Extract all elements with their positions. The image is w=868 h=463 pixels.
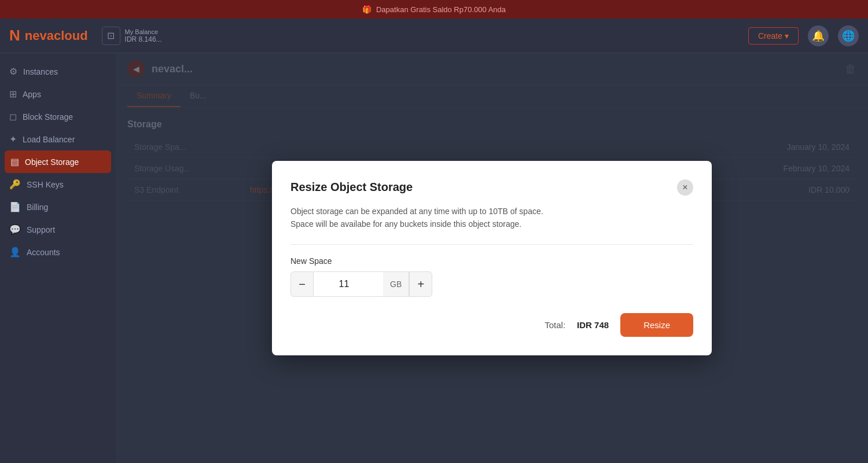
logo-text: nevacloud (25, 28, 88, 43)
space-input[interactable] (314, 271, 383, 297)
new-space-label: New Space (290, 256, 693, 266)
ssh-keys-icon: 🔑 (9, 179, 21, 190)
notifications-icon[interactable]: 🔔 (808, 25, 829, 46)
logo-letter: N (9, 27, 20, 45)
sidebar-item-label: Block Storage (23, 112, 73, 122)
sidebar-item-label: Apps (23, 90, 41, 99)
sidebar-item-ssh-keys[interactable]: 🔑 SSH Keys (0, 173, 116, 196)
sidebar-item-accounts[interactable]: 👤 Accounts (0, 241, 116, 263)
sidebar-item-label: Object Storage (25, 157, 79, 167)
sidebar-item-apps[interactable]: ⊞ Apps (0, 83, 116, 105)
create-button[interactable]: Create ▾ (748, 27, 799, 45)
accounts-icon: 👤 (9, 247, 21, 258)
modal-description: Object storage can be expanded at any ti… (290, 205, 693, 231)
increment-button[interactable]: + (409, 271, 432, 297)
top-banner: 🎁 Dapatkan Gratis Saldo Rp70.000 Anda (0, 0, 868, 19)
layout: ⚙ Instances ⊞ Apps ◻ Block Storage ✦ Loa… (0, 53, 868, 463)
banner-text: Dapatkan Gratis Saldo Rp70.000 Anda (376, 5, 506, 14)
globe-icon[interactable]: 🌐 (838, 25, 859, 46)
sidebar-item-instances[interactable]: ⚙ Instances (0, 60, 116, 83)
block-storage-icon: ◻ (9, 111, 17, 122)
load-balancer-icon: ✦ (9, 134, 17, 145)
sidebar-item-object-storage[interactable]: ▤ Object Storage (5, 150, 111, 173)
sidebar-item-label: Load Balancer (23, 135, 75, 144)
sidebar-item-label: Instances (23, 67, 58, 76)
header-actions: Create ▾ 🔔 🌐 (748, 25, 859, 46)
total-value: IDR 748 (577, 320, 609, 330)
billing-icon: 📄 (9, 201, 21, 212)
modal-title: Resize Object Storage (290, 181, 413, 194)
modal-close-button[interactable]: × (677, 179, 693, 196)
apps-icon: ⊞ (9, 89, 17, 100)
sidebar: ⚙ Instances ⊞ Apps ◻ Block Storage ✦ Loa… (0, 53, 116, 463)
object-storage-icon: ▤ (10, 156, 19, 167)
instances-icon: ⚙ (9, 66, 17, 77)
space-input-row: − GB + (290, 271, 693, 297)
sidebar-item-label: Accounts (27, 248, 60, 257)
gb-unit-label: GB (383, 271, 409, 297)
balance-label: My Balance (125, 28, 162, 35)
modal-header: Resize Object Storage × (290, 179, 693, 196)
banner-icon: 🎁 (362, 5, 372, 14)
header: N nevacloud ⊡ My Balance IDR 8.146... Cr… (0, 19, 868, 53)
main-content: ◀ nevacl... 🗑 Summary Bu... Storage Stor… (116, 53, 868, 463)
sidebar-item-block-storage[interactable]: ◻ Block Storage (0, 105, 116, 128)
modal-divider (290, 244, 693, 245)
sidebar-item-billing[interactable]: 📄 Billing (0, 196, 116, 218)
total-label: Total: (545, 320, 565, 330)
modal-footer: Total: IDR 748 Resize (290, 313, 693, 337)
sidebar-item-label: SSH Keys (27, 180, 64, 189)
balance-amount: IDR 8.146... (125, 35, 162, 43)
balance-section: ⊡ My Balance IDR 8.146... (102, 27, 162, 45)
sidebar-item-support[interactable]: 💬 Support (0, 218, 116, 241)
resize-modal: Resize Object Storage × Object storage c… (272, 161, 712, 356)
sidebar-item-load-balancer[interactable]: ✦ Load Balancer (0, 128, 116, 150)
modal-overlay: Resize Object Storage × Object storage c… (116, 53, 868, 463)
decrement-button[interactable]: − (290, 271, 314, 297)
support-icon: 💬 (9, 224, 21, 235)
logo: N nevacloud (9, 27, 88, 45)
resize-button[interactable]: Resize (620, 313, 693, 337)
sidebar-item-label: Support (27, 225, 55, 234)
balance-icon: ⊡ (102, 27, 120, 45)
sidebar-item-label: Billing (27, 203, 48, 212)
